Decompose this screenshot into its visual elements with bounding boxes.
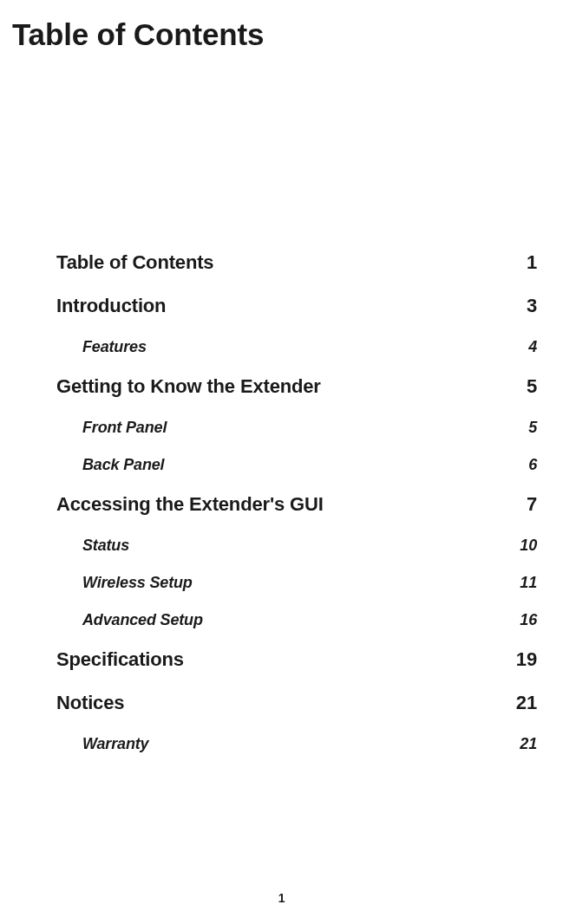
toc-entry-label: Specifications	[56, 648, 184, 671]
toc-entry: Notices 21	[56, 692, 537, 714]
toc-entry-page: 10	[520, 537, 537, 555]
toc-subentry: Advanced Setup 16	[56, 611, 537, 629]
toc-entry-label: Features	[82, 338, 147, 356]
toc-entry: Specifications 19	[56, 648, 537, 671]
toc-entry-page: 6	[528, 456, 537, 474]
toc-entry-page: 4	[528, 338, 537, 356]
table-of-contents: Table of Contents 1 Introduction 3 Featu…	[0, 52, 563, 753]
toc-entry-page: 3	[527, 295, 537, 317]
toc-entry-label: Accessing the Extender's GUI	[56, 493, 324, 516]
toc-entry-label: Wireless Setup	[82, 574, 193, 592]
toc-entry-label: Introduction	[56, 295, 166, 317]
toc-entry-page: 5	[528, 419, 537, 437]
toc-entry: Introduction 3	[56, 295, 537, 317]
toc-entry: Getting to Know the Extender 5	[56, 375, 537, 398]
toc-entry-page: 19	[516, 648, 537, 671]
toc-subentry: Status 10	[56, 537, 537, 555]
toc-entry: Accessing the Extender's GUI 7	[56, 493, 537, 516]
toc-entry-label: Status	[82, 537, 129, 555]
toc-entry-page: 21	[520, 735, 537, 753]
toc-subentry: Front Panel 5	[56, 419, 537, 437]
toc-entry-label: Notices	[56, 692, 124, 714]
toc-entry-page: 1	[527, 251, 537, 274]
toc-entry-page: 5	[527, 375, 537, 398]
page-number: 1	[0, 891, 563, 905]
toc-entry-label: Getting to Know the Extender	[56, 375, 321, 398]
toc-subentry: Features 4	[56, 338, 537, 356]
toc-entry-label: Front Panel	[82, 419, 167, 437]
toc-entry-label: Table of Contents	[56, 251, 213, 274]
toc-entry-page: 16	[520, 611, 537, 629]
toc-entry-label: Warranty	[82, 735, 148, 753]
page-title: Table of Contents	[0, 0, 563, 52]
toc-subentry: Wireless Setup 11	[56, 574, 537, 592]
toc-entry-label: Advanced Setup	[82, 611, 203, 629]
toc-entry-label: Back Panel	[82, 456, 164, 474]
toc-subentry: Back Panel 6	[56, 456, 537, 474]
toc-entry-page: 11	[520, 574, 537, 592]
toc-entry-page: 7	[527, 493, 537, 516]
toc-entry-page: 21	[516, 692, 537, 714]
toc-entry: Table of Contents 1	[56, 251, 537, 274]
toc-subentry: Warranty 21	[56, 735, 537, 753]
